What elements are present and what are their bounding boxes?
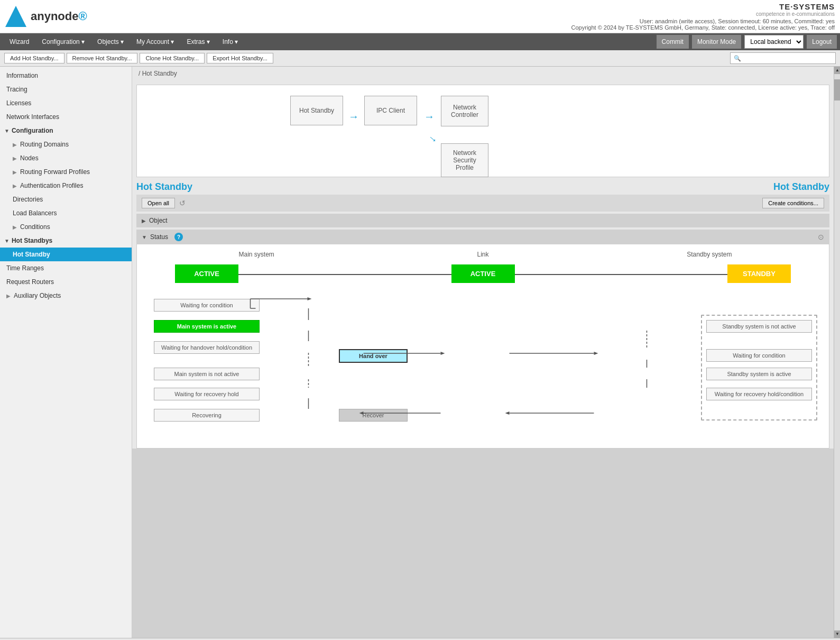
status-section-arrow: ▼ (142, 234, 147, 240)
status-section-label: Status (150, 233, 168, 241)
sidebar-item-conditions[interactable]: ▶ Conditions (0, 220, 132, 234)
te-systems-info: TE·SYSTEMS competence in e-communication… (571, 2, 835, 31)
hs-main-title: Hot Standby (136, 181, 192, 193)
sidebar-item-load-balancers[interactable]: Load Balancers (0, 206, 132, 220)
flow-hand-over: Hand over (339, 349, 408, 363)
main-status-box: ACTIVE (175, 264, 238, 283)
auth-profiles-arrow: ▶ (13, 183, 17, 189)
open-all-button[interactable]: Open all (142, 198, 175, 208)
flow-diagram: Waiting for condition Main system is act… (143, 294, 823, 442)
scroll-track[interactable] (834, 74, 840, 630)
svg-marker-8 (594, 352, 598, 355)
scroll-down-button[interactable]: ▼ (834, 630, 840, 638)
user-info: User: anadmin (write access), Session ti… (640, 18, 835, 24)
sidebar-item-hot-standby[interactable]: Hot Standby (0, 248, 132, 261)
status-section-body: Main system Link Standby system ACTIVE A… (136, 244, 829, 449)
nav-bar: Wizard Configuration ▾ Objects ▾ My Acco… (0, 33, 840, 50)
refresh-icon[interactable]: ↺ (179, 199, 186, 207)
flow-recover: Recover (339, 409, 408, 422)
nav-objects[interactable]: Objects ▾ (91, 33, 130, 50)
link-label: Link (370, 251, 596, 258)
sidebar-item-routing-forward-profiles[interactable]: ▶ Routing Forward Profiles (0, 165, 132, 179)
sidebar-item-directories[interactable]: Directories (0, 193, 132, 206)
arrow-2: → (424, 111, 435, 123)
breadcrumb: / Hot Standby (132, 67, 834, 80)
routing-domains-arrow: ▶ (13, 142, 17, 148)
flow-waiting-condition-1: Waiting for condition (154, 299, 260, 312)
object-section-arrow: ▶ (142, 218, 146, 224)
sidebar-item-routing-domains[interactable]: ▶ Routing Domains (0, 138, 132, 151)
hot-standbys-collapse-arrow: ▼ (4, 238, 10, 244)
flow-waiting-handover: Waiting for handover hold/condition (154, 341, 260, 354)
monitor-mode-button[interactable]: Monitor Mode (692, 35, 741, 49)
commit-button[interactable]: Commit (657, 35, 689, 49)
create-conditions-button[interactable]: Create conditions... (762, 198, 824, 208)
status-question-icon[interactable]: ? (174, 233, 183, 241)
status-section-header[interactable]: ▼ Status ? ⊙ (136, 230, 829, 244)
flow-main-not-active: Main system is not active (154, 368, 260, 380)
logout-button[interactable]: Logout (807, 35, 837, 49)
object-section-header[interactable]: ▶ Object (136, 214, 829, 227)
nav-my-account[interactable]: My Account ▾ (130, 33, 180, 50)
sidebar-section-hot-standbys[interactable]: ▼ Hot Standbys (0, 234, 132, 248)
object-section-label: Object (149, 217, 168, 224)
nav-configuration[interactable]: Configuration ▾ (35, 33, 91, 50)
auxiliary-arrow: ▶ (6, 293, 11, 299)
logo-icon (5, 6, 26, 27)
nav-info[interactable]: Info ▾ (216, 33, 244, 50)
right-scrollbar[interactable]: ▲ ▼ (834, 67, 840, 638)
export-hot-standby-button[interactable]: Export Hot Standby... (207, 53, 273, 63)
search-input[interactable] (730, 52, 836, 64)
content-scroll-area[interactable]: / Hot Standby Hot Standby → IPC Client →… (132, 67, 834, 638)
toolbar: Add Hot Standby... Remove Hot Standby...… (0, 50, 840, 67)
sidebar-item-time-ranges[interactable]: Time Ranges (0, 261, 132, 275)
nav-extras[interactable]: Extras ▾ (180, 33, 216, 50)
sidebar-section-configuration[interactable]: ▼ Configuration (0, 124, 132, 138)
logo-any: any (31, 10, 51, 23)
scroll-thumb[interactable] (834, 79, 840, 100)
standby-status-box: STANDBY (727, 264, 791, 283)
scroll-up-button[interactable]: ▲ (834, 67, 840, 74)
diagram-box-network-controller: NetworkController (441, 96, 488, 126)
sidebar-item-nodes[interactable]: ▶ Nodes (0, 151, 132, 165)
arrow-3: → (425, 131, 441, 147)
sidebar-item-request-routers[interactable]: Request Routers (0, 275, 132, 289)
content-area: / Hot Standby Hot Standby → IPC Client →… (132, 67, 834, 449)
configuration-label: Configuration (12, 127, 53, 134)
status-bar: Version: 4.12.1 ⏻ Off 💾 44% 🔧 2% 🖥 30% ⚙… (0, 638, 840, 640)
sidebar-item-information[interactable]: Information (0, 69, 132, 83)
flow-main-active: Main system is active (154, 320, 260, 333)
dashed-border-right (701, 315, 817, 420)
logo-area: anynode® (5, 6, 87, 27)
flow-recovering: Recovering (154, 409, 260, 422)
te-systems-brand: TE·SYSTEMS (756, 2, 835, 11)
diagram-box-network-security: NetworkSecurityProfile (441, 143, 488, 177)
main-system-label: Main system (143, 251, 370, 258)
sidebar-item-licenses[interactable]: Licenses (0, 96, 132, 110)
flow-waiting-recovery: Waiting for recovery hold (154, 388, 260, 400)
hot-standbys-label: Hot Standbys (12, 237, 52, 244)
backend-select[interactable]: Local backend (744, 35, 804, 49)
te-systems-logo: TE·SYSTEMS competence in e-communication… (756, 2, 835, 17)
main-layout: Information Tracing Licenses Network Int… (0, 67, 840, 638)
nav-wizard[interactable]: Wizard (3, 33, 35, 50)
te-systems-tagline: competence in e-communications (756, 11, 835, 17)
sidebar-item-auxiliary-objects[interactable]: ▶ Auxiliary Objects (0, 289, 132, 303)
add-hot-standby-button[interactable]: Add Hot Standby... (4, 53, 64, 63)
diagram-box-hot-standby: Hot Standby (290, 96, 343, 125)
top-header: anynode® TE·SYSTEMS competence in e-comm… (0, 0, 840, 33)
svg-marker-16 (308, 297, 312, 300)
remove-hot-standby-button[interactable]: Remove Hot Standby... (67, 53, 138, 63)
sidebar-item-authentication-profiles[interactable]: ▶ Authentication Profiles (0, 179, 132, 193)
copyright: Copyright © 2024 by TE-SYSTEMS GmbH, Ger… (571, 24, 835, 31)
configuration-collapse-arrow: ▼ (4, 128, 10, 134)
sidebar-item-tracing[interactable]: Tracing (0, 83, 132, 96)
clone-hot-standby-button[interactable]: Clone Hot Standby... (140, 53, 205, 63)
diagram-area: Hot Standby → IPC Client → NetworkContro… (136, 85, 829, 177)
status-section-right-icon: ⊙ (818, 233, 824, 241)
logo-text: anynode® (31, 10, 87, 23)
status-boxes-row: ACTIVE ACTIVE STANDBY (143, 264, 823, 283)
conditions-arrow: ▶ (13, 224, 17, 230)
link-status-box: ACTIVE (451, 264, 515, 283)
sidebar-item-network-interfaces[interactable]: Network Interfaces (0, 110, 132, 124)
